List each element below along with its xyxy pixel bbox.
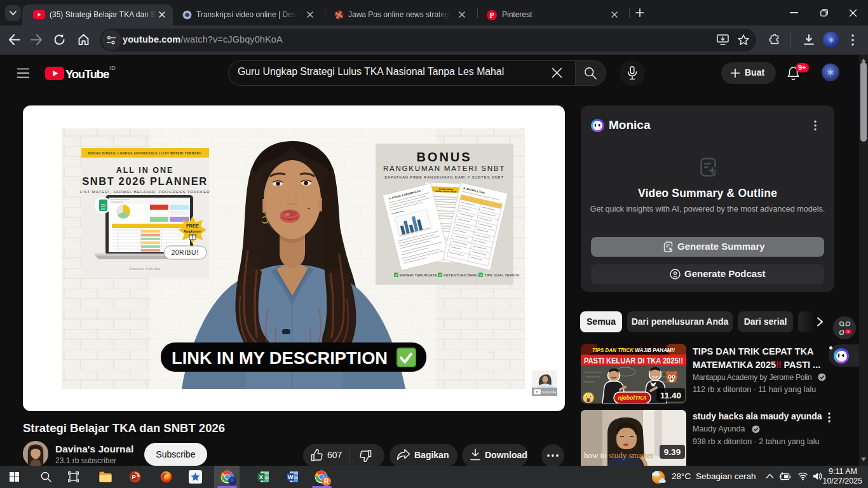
svg-text:RANGKUMAN MATERI SNBT: RANGKUMAN MATERI SNBT: [383, 165, 505, 172]
svg-text:X: X: [259, 473, 264, 480]
svg-text:PASTI KELUAR DI TKA 2025!!: PASTI KELUAR DI TKA 2025!!: [584, 356, 683, 365]
svg-text:20RIBU!: 20RIBU!: [171, 248, 198, 256]
svg-text:Subscribe: Subscribe: [542, 390, 556, 394]
svg-text:MUDAH DIPAKAI | HARGA AFFORDAB: MUDAH DIPAKAI | HARGA AFFORDABLE | LIST …: [88, 152, 202, 155]
svg-text:TIPE SOAL TERKINI: TIPE SOAL TERKINI: [484, 273, 520, 277]
svg-text:9.39: 9.39: [664, 447, 681, 457]
svg-text:P: P: [489, 11, 494, 20]
svg-text:MATERI TERUPDATE: MATERI TERUPDATE: [400, 273, 437, 277]
svg-text:SNBT 2026 PLANNER: SNBT 2026 PLANNER: [82, 175, 208, 187]
svg-text:11.40: 11.40: [660, 391, 681, 400]
svg-text:Rangkuman!: Rangkuman!: [184, 230, 201, 233]
svg-text:KETENTUAN BARU: KETENTUAN BARU: [444, 273, 478, 277]
svg-text:LIST MATERI, JADWAL BELAJAR, P: LIST MATERI, JADWAL BELAJAR, PROGRESS TR…: [79, 189, 210, 194]
svg-text:Davina Adinda: Davina Adinda: [130, 267, 160, 271]
svg-text:W: W: [288, 473, 294, 480]
svg-text:LINK IN MY DESCRIPTION: LINK IN MY DESCRIPTION: [172, 348, 388, 368]
svg-text:BONUS: BONUS: [416, 150, 471, 164]
svg-text:njebolTKA: njebolTKA: [618, 395, 647, 401]
svg-text:TIPS DAN TRICK WAJIB PAHAM!!: TIPS DAN TRICK WAJIB PAHAM!!: [592, 347, 675, 353]
svg-text:P: P: [132, 473, 136, 480]
svg-text:how to study smarter: how to study smarter: [584, 451, 654, 460]
svg-text:FREE: FREE: [186, 223, 199, 229]
svg-text:DAPATKAN FREE RANGKUMAN DARI 7: DAPATKAN FREE RANGKUMAN DARI 7 SUBTES SN…: [384, 175, 504, 179]
svg-text:ALL IN ONE: ALL IN ONE: [116, 166, 174, 175]
